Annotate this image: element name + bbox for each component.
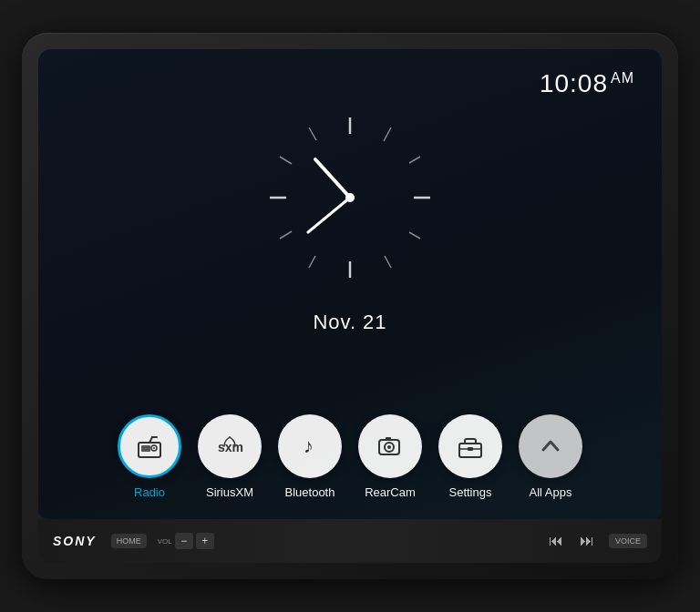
bluetooth-icon: ♪ [293, 430, 326, 463]
svg-line-2 [409, 157, 420, 163]
siriusxm-icon-circle[interactable]: sxm [198, 414, 262, 478]
svg-line-5 [385, 256, 391, 268]
svg-point-18 [153, 447, 155, 449]
svg-point-25 [387, 445, 391, 449]
radio-icon [133, 430, 166, 463]
settings-icon [454, 430, 487, 463]
next-button[interactable]: ⏭ [574, 533, 600, 549]
allapps-label: All Apps [530, 485, 572, 499]
volume-control: VOL − + [156, 533, 214, 549]
app-item-bluetooth[interactable]: ♪ Bluetooth [278, 414, 342, 499]
bluetooth-label: Bluetooth [285, 485, 335, 499]
settings-label: Settings [449, 485, 492, 499]
radio-label: Radio [134, 485, 165, 499]
apps-row: Radio sxm SiriusXM [38, 400, 662, 519]
radio-icon-circle[interactable] [118, 414, 181, 478]
svg-line-4 [409, 232, 420, 239]
app-item-settings[interactable]: Settings [438, 414, 502, 499]
svg-line-11 [309, 128, 316, 140]
svg-line-12 [315, 159, 350, 198]
vol-minus-button[interactable]: − [175, 533, 193, 549]
device-inner: 10:08AM [38, 49, 662, 563]
screen: 10:08AM [38, 49, 662, 519]
time-display: 10:08AM [540, 69, 634, 98]
bluetooth-icon-circle[interactable]: ♪ [278, 414, 342, 478]
date-label: Nov. 21 [313, 311, 386, 334]
svg-rect-16 [141, 445, 150, 452]
svg-text:sxm: sxm [218, 440, 243, 454]
rearcam-icon-circle[interactable] [358, 414, 422, 478]
sony-logo: SONY [53, 534, 97, 548]
svg-text:♪: ♪ [304, 434, 314, 457]
app-item-allapps[interactable]: All Apps [519, 414, 582, 499]
svg-line-10 [280, 157, 292, 164]
vol-label: VOL [158, 537, 172, 546]
voice-button[interactable]: VOICE [609, 534, 647, 548]
app-item-radio[interactable]: Radio [118, 414, 181, 499]
ampm-label: AM [611, 70, 634, 86]
allapps-icon-circle[interactable] [519, 414, 582, 478]
siriusxm-icon: sxm [213, 430, 246, 463]
clock-svg [250, 97, 450, 298]
siriusxm-label: SiriusXM [206, 485, 253, 499]
svg-line-13 [308, 198, 350, 232]
clock-container: Nov. 21 [38, 49, 662, 400]
device-body: 10:08AM [22, 33, 678, 579]
clock-face [250, 97, 450, 298]
prev-button[interactable]: ⏮ [543, 533, 569, 549]
svg-rect-26 [386, 437, 391, 441]
svg-line-1 [384, 128, 391, 141]
svg-rect-29 [468, 447, 473, 451]
rearcam-icon [374, 430, 407, 463]
app-item-siriusxm[interactable]: sxm SiriusXM [198, 414, 262, 499]
rearcam-label: RearCam [365, 485, 416, 499]
app-item-rearcam[interactable]: RearCam [358, 414, 422, 499]
vol-plus-button[interactable]: + [196, 533, 214, 549]
home-button[interactable]: HOME [111, 534, 147, 549]
bottom-bar: SONY HOME VOL − + ⏮ ⏭ VOICE [38, 519, 662, 563]
svg-point-14 [345, 193, 355, 202]
settings-icon-circle[interactable] [438, 414, 502, 478]
svg-line-8 [280, 231, 292, 239]
allapps-icon [534, 430, 567, 463]
svg-line-7 [309, 256, 315, 268]
time-value: 10:08 [540, 69, 608, 97]
